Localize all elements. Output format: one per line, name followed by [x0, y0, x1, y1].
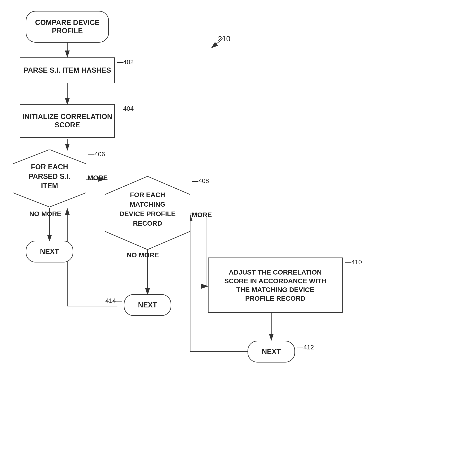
compare-device-profile-node: COMPARE DEVICE PROFILE [26, 11, 109, 42]
svg-text:RECORD: RECORD [133, 220, 162, 227]
more-label-2: MORE [192, 211, 212, 219]
ref-410: —410 [345, 258, 362, 266]
next-node-3: NEXT [248, 341, 295, 363]
no-more-label-2: NO MORE [127, 251, 159, 259]
svg-text:FOR EACH: FOR EACH [130, 191, 165, 198]
parse-si-node: PARSE S.I. ITEM HASHES [20, 58, 115, 83]
svg-text:PARSED S.I.: PARSED S.I. [28, 172, 70, 180]
flowchart-diagram: COMPARE DEVICE PROFILE PARSE S.I. ITEM H… [0, 0, 462, 476]
no-more-label-1: NO MORE [29, 210, 61, 218]
svg-line-24 [212, 39, 223, 48]
svg-text:ITEM: ITEM [41, 182, 58, 190]
compare-device-profile-label: COMPARE DEVICE PROFILE [28, 18, 106, 35]
ref-414: 414— [105, 297, 122, 305]
for-each-parsed-node: FOR EACH PARSED S.I. ITEM [13, 150, 86, 207]
parse-si-label: PARSE S.I. ITEM HASHES [24, 66, 111, 75]
next-node-2: NEXT [124, 294, 171, 316]
adjust-score-node: ADJUST THE CORRELATIONSCORE IN ACCORDANC… [208, 257, 343, 313]
svg-text:MATCHING: MATCHING [130, 200, 166, 208]
more-label-1: MORE [88, 174, 108, 182]
ref-412: —412 [297, 344, 314, 351]
init-correlation-node: INITIALIZE CORRELATIONSCORE [20, 104, 115, 138]
init-correlation-label: INITIALIZE CORRELATIONSCORE [22, 112, 112, 129]
svg-text:FOR EACH: FOR EACH [31, 163, 68, 171]
ref-408: —408 [192, 177, 209, 185]
next-label-1: NEXT [40, 247, 59, 256]
ref-402: —402 [117, 59, 134, 66]
ref-406: —406 [88, 151, 105, 158]
fig-arrow [208, 37, 224, 49]
next-label-2: NEXT [138, 301, 157, 309]
ref-404: —404 [117, 105, 134, 112]
for-each-matching-node: FOR EACH MATCHING DEVICE PROFILE RECORD [105, 176, 190, 250]
next-label-3: NEXT [262, 348, 281, 356]
adjust-score-label: ADJUST THE CORRELATIONSCORE IN ACCORDANC… [224, 268, 326, 303]
svg-text:DEVICE PROFILE: DEVICE PROFILE [119, 210, 176, 218]
next-node-1: NEXT [26, 241, 73, 263]
